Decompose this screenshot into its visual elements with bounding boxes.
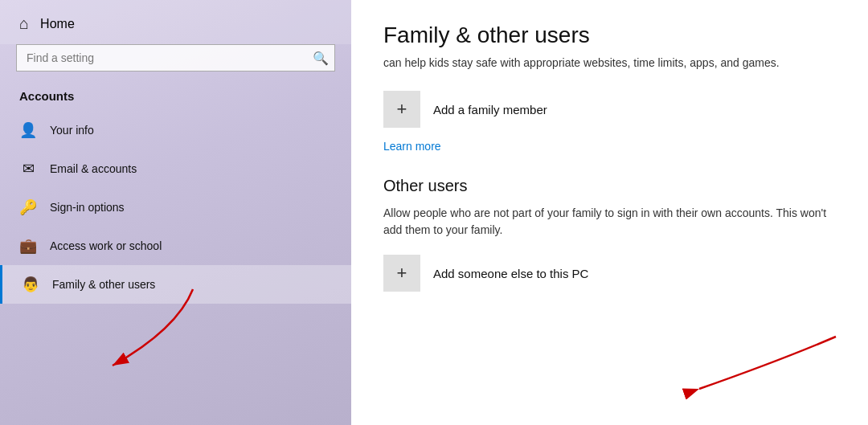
sidebar-item-email-accounts[interactable]: ✉ Email & accounts — [0, 149, 351, 188]
sidebar-label-email-accounts: Email & accounts — [50, 162, 137, 175]
sidebar: ⌂ Home 🔍 Accounts 👤 Your info ✉ Email & … — [0, 0, 351, 425]
arrow-add-other — [619, 329, 844, 409]
key-icon: 🔑 — [19, 198, 37, 216]
sidebar-label-your-info: Your info — [50, 124, 94, 137]
sidebar-item-family-users[interactable]: 👨 Family & other users — [0, 265, 351, 304]
search-box-container: 🔍 — [16, 44, 335, 72]
add-family-label: Add a family member — [433, 103, 547, 116]
learn-more-link[interactable]: Learn more — [383, 140, 441, 153]
person-add-icon: 👨 — [22, 276, 39, 293]
sidebar-home-label: Home — [40, 17, 75, 31]
sidebar-item-your-info[interactable]: 👤 Your info — [0, 111, 351, 149]
main-content: Family & other users can help kids stay … — [351, 0, 868, 425]
add-other-button[interactable]: + — [383, 255, 420, 292]
add-family-button[interactable]: + — [383, 91, 420, 128]
briefcase-icon: 💼 — [19, 237, 37, 255]
sidebar-item-sign-in[interactable]: 🔑 Sign-in options — [0, 188, 351, 227]
add-other-label: Add someone else to this PC — [433, 267, 588, 280]
add-family-row: + Add a family member — [383, 91, 836, 128]
sidebar-item-home[interactable]: ⌂ Home — [0, 0, 351, 44]
other-users-description: Allow people who are not part of your fa… — [383, 205, 833, 239]
search-icon-button[interactable]: 🔍 — [313, 51, 329, 66]
sidebar-label-work-school: Access work or school — [50, 239, 162, 252]
search-input[interactable] — [16, 44, 335, 72]
page-description: can help kids stay safe with appropriate… — [383, 55, 833, 72]
email-icon: ✉ — [19, 160, 37, 178]
sidebar-item-work-school[interactable]: 💼 Access work or school — [0, 227, 351, 265]
page-title: Family & other users — [383, 22, 836, 48]
sidebar-label-family-users: Family & other users — [52, 278, 155, 291]
person-list-icon: 👤 — [19, 121, 37, 139]
sidebar-label-sign-in: Sign-in options — [50, 201, 125, 214]
plus-icon-other: + — [397, 263, 407, 284]
plus-icon-family: + — [397, 99, 407, 120]
sidebar-section-title: Accounts — [0, 86, 351, 111]
other-users-title: Other users — [383, 177, 836, 195]
home-icon: ⌂ — [19, 14, 29, 33]
add-other-row: + Add someone else to this PC — [383, 255, 836, 292]
